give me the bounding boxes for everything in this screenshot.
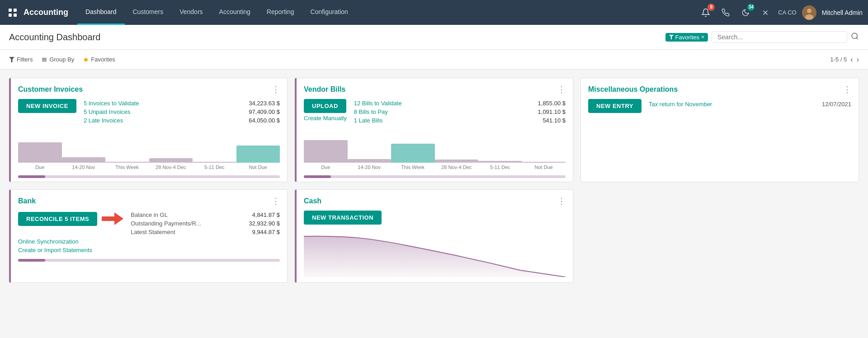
chart-bars — [18, 131, 280, 163]
vlabel-due: Due — [304, 164, 348, 170]
label-5-11: 5-11 Dec — [193, 164, 236, 170]
latest-statement-label: Latest Statement — [131, 229, 175, 235]
misc-entry-label[interactable]: Tax return for November — [649, 101, 712, 108]
scroll-indicator — [18, 175, 280, 178]
favorites-tag[interactable]: Favorites × — [665, 33, 708, 42]
stat-latest-statement: Latest Statement 9,944.87 $ — [131, 228, 280, 236]
notif-badge: 9 — [708, 4, 715, 11]
stat-row-unpaid: 5 Unpaid Invoices 97,409.00 $ — [84, 108, 280, 116]
caco-label[interactable]: CA CO — [778, 9, 796, 16]
vlabel-this-week: This Week — [391, 164, 435, 170]
close-icon[interactable] — [758, 5, 773, 20]
upload-button[interactable]: UPLOAD — [304, 99, 346, 113]
vbar-not-due-purple — [522, 162, 566, 163]
unpaid-value: 97,409.00 $ — [249, 108, 280, 115]
pagination-prev[interactable]: ‹ — [850, 56, 853, 64]
grid-icon[interactable] — [5, 5, 20, 20]
vbar-28nov — [435, 160, 479, 163]
search-input[interactable] — [712, 31, 847, 43]
tag-close-btn[interactable]: × — [701, 34, 704, 40]
cash-menu[interactable]: ⋮ — [557, 196, 566, 206]
phone-icon[interactable] — [718, 5, 733, 20]
filters-btn[interactable]: Filters — [9, 56, 33, 63]
svg-rect-1 — [14, 9, 17, 12]
svg-marker-12 — [9, 57, 14, 62]
stat-bills-pay: 8 Bills to Pay 1,091.10 $ — [354, 108, 566, 116]
new-invoice-button[interactable]: NEW INVOICE — [18, 99, 76, 113]
nav-vendors[interactable]: Vendors — [171, 0, 211, 25]
app-brand[interactable]: Accounting — [24, 8, 68, 17]
customer-invoices-menu[interactable]: ⋮ — [272, 84, 280, 94]
filter-funnel-icon — [9, 57, 14, 62]
bills-pay-label[interactable]: 8 Bills to Pay — [354, 108, 388, 115]
online-sync-link[interactable]: Online Synchronization — [18, 238, 280, 245]
late-bills-label[interactable]: 1 Late Bills — [354, 117, 383, 124]
reconcile-button[interactable]: RECONCILE 5 ITEMS — [18, 212, 97, 226]
bills-validate-label[interactable]: 12 Bills to Validate — [354, 100, 402, 107]
page-title: Accounting Dashboard — [9, 32, 537, 42]
bar-5-11-empty — [193, 162, 236, 163]
vendor-bills-header: Vendor Bills ⋮ — [297, 78, 573, 99]
vlabel-not-due: Not Due — [522, 164, 566, 170]
username-label[interactable]: Mitchell Admin — [822, 9, 863, 16]
bank-stats: Balance in GL 4,841.87 $ Outstanding Pay… — [131, 211, 280, 236]
notifications-icon[interactable]: 9 — [698, 5, 713, 20]
upload-btn-area: UPLOAD Create Manually — [304, 99, 347, 122]
outstanding-value: 32,932.90 $ — [249, 220, 280, 227]
cash-chart-svg — [304, 232, 566, 277]
nav-customers[interactable]: Customers — [125, 0, 172, 25]
unpaid-label[interactable]: 5 Unpaid Invoices — [84, 108, 130, 115]
cash-chart — [304, 232, 566, 277]
favorites-btn[interactable]: Favorites — [83, 56, 115, 63]
pagination-next[interactable]: › — [857, 56, 859, 64]
moon-icon[interactable]: 34 — [738, 5, 753, 20]
misc-ops-menu[interactable]: ⋮ — [843, 84, 851, 94]
new-entry-button[interactable]: NEW ENTRY — [588, 99, 642, 113]
new-transaction-button[interactable]: NEW TRANSACTION — [304, 211, 382, 225]
svg-point-8 — [805, 14, 813, 20]
nav-reporting[interactable]: Reporting — [259, 0, 302, 25]
chart-labels: Due 14-20 Nov This Week 28 Nov-4 Dec 5-1… — [18, 164, 280, 170]
scroll-thumb — [18, 175, 45, 178]
vendor-bills-menu[interactable]: ⋮ — [557, 84, 566, 94]
groupby-btn[interactable]: Group By — [42, 56, 74, 63]
late-bills-value: 541.10 $ — [542, 117, 566, 124]
search-submit-icon[interactable] — [851, 32, 859, 42]
moon-badge: 34 — [747, 4, 755, 11]
create-import-link[interactable]: Create or Import Statements — [18, 247, 280, 253]
misc-entry-row: Tax return for November 12/07/2021 — [649, 99, 851, 109]
vbar-due — [304, 140, 348, 163]
svg-marker-17 — [102, 212, 123, 225]
nav-configuration[interactable]: Configuration — [302, 0, 356, 25]
balance-gl-value: 4,841.87 $ — [252, 211, 280, 218]
invoices-validate-value: 34,223.63 $ — [249, 100, 280, 107]
bar-5-11 — [193, 162, 236, 163]
vbar-5-11-purple — [478, 161, 522, 163]
empty-column — [580, 189, 859, 283]
nav-accounting[interactable]: Accounting — [211, 0, 259, 25]
svg-rect-0 — [9, 9, 12, 12]
filter-right: 1-5 / 5 ‹ › — [830, 56, 859, 64]
vendor-chart-bars — [304, 131, 566, 163]
cash-body: NEW TRANSACTION — [297, 211, 573, 282]
avatar[interactable] — [802, 5, 816, 20]
late-label[interactable]: 2 Late Invoices — [84, 117, 123, 124]
bank-title: Bank — [18, 197, 36, 205]
invoices-validate-label[interactable]: 5 Invoices to Validate — [84, 100, 139, 107]
stat-balance-gl: Balance in GL 4,841.87 $ — [131, 211, 280, 219]
bar-due-purple — [18, 142, 62, 163]
svg-marker-9 — [669, 35, 674, 39]
svg-line-11 — [856, 38, 858, 39]
vendor-scroll-indicator — [304, 175, 566, 178]
svg-point-10 — [852, 33, 857, 38]
vlabel-14-20: 14-20 Nov — [348, 164, 392, 170]
pagination-info: 1-5 / 5 — [830, 56, 847, 63]
bills-validate-value: 1,855.00 $ — [538, 100, 566, 107]
nav-dashboard[interactable]: Dashboard — [77, 0, 125, 25]
star-icon — [83, 57, 89, 62]
create-manually-link[interactable]: Create Manually — [304, 115, 347, 122]
customer-invoices-stats: 5 Invoices to Validate 34,223.63 $ 5 Unp… — [84, 99, 280, 125]
cash-header: Cash ⋮ — [297, 190, 573, 211]
customer-invoices-title: Customer Invoices — [18, 85, 83, 94]
bank-menu[interactable]: ⋮ — [272, 196, 280, 206]
